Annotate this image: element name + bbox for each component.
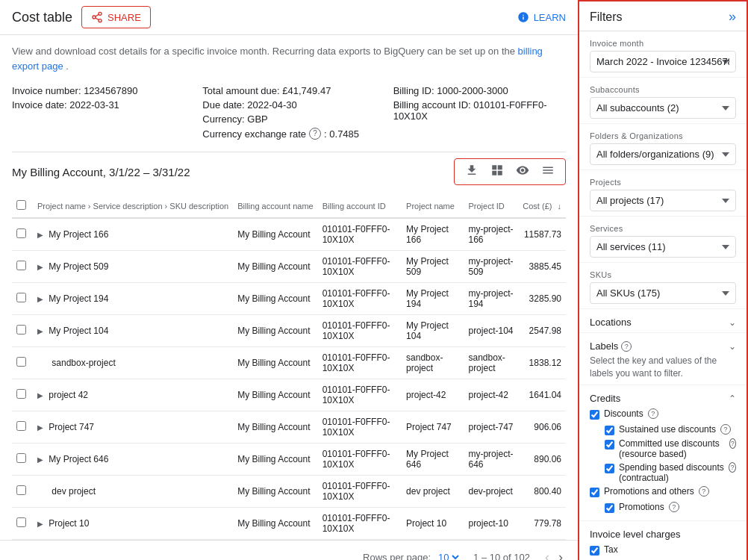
learn-label: LEARN [534, 12, 566, 23]
row-checkbox[interactable] [16, 485, 26, 495]
sustained-use-label: Sustained use discounts [619, 424, 716, 435]
row-billing-id: 010101-F0FFF0-10X10X [318, 476, 402, 508]
due-date-value: 2022-04-30 [247, 99, 297, 111]
invoice-month-select[interactable]: March 2022 - Invoice 1234567890 [590, 51, 736, 72]
locations-toggle[interactable]: Locations ⌄ [590, 317, 736, 328]
rows-per-page-label: Rows per page: [363, 552, 431, 560]
locations-filter: Locations ⌄ [579, 309, 747, 332]
learn-button[interactable]: LEARN [517, 11, 566, 23]
promotions-checkbox[interactable] [590, 488, 599, 497]
row-project-name: My Project 166 [402, 218, 464, 251]
labels-toggle[interactable]: Labels ? ⌄ [590, 340, 736, 352]
share-button[interactable]: SHARE [81, 6, 151, 28]
folders-select[interactable]: All folders/organizations (9) [590, 143, 736, 165]
col-project-id: Project ID [464, 194, 518, 218]
expand-button[interactable]: ▶ [37, 455, 46, 464]
row-project-service: sandbox-project [33, 347, 233, 379]
row-checkbox[interactable] [16, 389, 26, 399]
row-billing-id: 010101-F0FFF0-10X10X [318, 411, 402, 444]
exchange-rate-value: : 0.7485 [324, 128, 359, 140]
page-title: Cost table [12, 10, 72, 25]
row-project-service: ▶ My Project 194 [33, 283, 233, 315]
share-label: SHARE [107, 12, 141, 23]
row-checkbox[interactable] [16, 325, 26, 335]
row-billing-account: My Billing Account [233, 444, 318, 476]
row-project-service: ▶ Project 747 [33, 411, 233, 444]
row-project-name: My Project 646 [402, 444, 464, 476]
billing-account-title: My Billing Account, 3/1/22 – 3/31/22 [12, 166, 190, 178]
select-all-checkbox[interactable] [16, 200, 26, 210]
skus-select[interactable]: All SKUs (175) [590, 282, 736, 304]
row-billing-id: 010101-F0FFF0-10X10X [318, 283, 402, 315]
rows-per-page-select[interactable]: 10 25 50 [435, 551, 461, 560]
currency-label: Currency: [202, 113, 244, 125]
labels-desc: Select the key and values of the labels … [590, 355, 736, 380]
row-project-id: my-project-166 [464, 218, 518, 251]
expand-button[interactable]: ▶ [37, 520, 46, 528]
invoice-month-filter: Invoice month March 2022 - Invoice 12345… [579, 31, 747, 78]
row-checkbox[interactable] [16, 228, 26, 238]
row-checkbox[interactable] [16, 517, 26, 527]
credits-toggle[interactable]: Credits ⌄ [590, 393, 736, 404]
subaccounts-select[interactable]: All subaccounts (2) [590, 97, 736, 119]
page-info: 1 – 10 of 102 [473, 552, 530, 560]
row-checkbox[interactable] [16, 357, 26, 367]
spending-based-checkbox[interactable] [605, 464, 614, 473]
expand-button[interactable]: ▶ [37, 391, 46, 399]
pagination-bar: Rows per page: 10 25 50 1 – 10 of 102 ‹ … [0, 540, 578, 560]
sustained-help-icon[interactable]: ? [720, 424, 731, 435]
promotions-sub-checkbox[interactable] [605, 503, 614, 513]
expand-button[interactable]: ▶ [37, 423, 46, 432]
row-checkbox[interactable] [16, 453, 26, 463]
expand-button[interactable]: ▶ [37, 295, 46, 303]
exchange-help-icon[interactable]: ? [309, 128, 321, 140]
sort-arrow-icon: ↓ [558, 202, 562, 211]
labels-help-icon[interactable]: ? [621, 341, 632, 352]
tax-checkbox[interactable] [590, 546, 599, 556]
table-row: sandbox-project My Billing Account 01010… [12, 347, 566, 379]
invoice-right-col: Billing ID: 1000-2000-3000 Billing accou… [393, 85, 566, 143]
sustained-use-checkbox[interactable] [605, 426, 614, 435]
columns-button[interactable] [537, 162, 559, 181]
expand-button[interactable]: ▶ [37, 231, 46, 239]
discounts-checkbox[interactable] [590, 410, 599, 420]
promotions-sub-help-icon[interactable]: ? [669, 502, 679, 512]
row-project-service: dev project [33, 476, 233, 508]
committed-help-icon[interactable]: ? [729, 438, 736, 449]
row-project-name: sandbox-project [402, 347, 464, 379]
next-page-button[interactable]: › [555, 548, 566, 560]
due-date-label: Due date: [202, 99, 244, 111]
expand-button[interactable]: ▶ [37, 263, 46, 271]
col-billing-account-id: Billing account ID [318, 194, 402, 218]
projects-select[interactable]: All projects (17) [590, 190, 736, 211]
row-checkbox[interactable] [16, 261, 26, 270]
locations-chevron-icon: ⌄ [729, 317, 736, 328]
filters-panel: Filters » Invoice month March 2022 - Inv… [578, 0, 748, 560]
visibility-button[interactable] [511, 162, 534, 181]
row-project-service: ▶ Project 10 [33, 508, 233, 540]
table-row: ▶ Project 747 My Billing Account 010101-… [12, 411, 566, 444]
prev-page-button[interactable]: ‹ [542, 548, 552, 560]
committed-use-checkbox[interactable] [605, 440, 614, 449]
row-checkbox[interactable] [16, 293, 26, 302]
spending-help-icon[interactable]: ? [729, 462, 736, 473]
row-checkbox[interactable] [16, 421, 26, 431]
expand-button[interactable]: ▶ [37, 327, 46, 335]
row-project-service: ▶ My Project 166 [33, 218, 233, 251]
table-row: dev project My Billing Account 010101-F0… [12, 476, 566, 508]
row-billing-id: 010101-F0FFF0-10X10X [318, 315, 402, 347]
share-icon [91, 11, 103, 23]
labels-chevron-icon: ⌄ [729, 341, 736, 352]
billing-id-value: 1000-2000-3000 [437, 85, 508, 96]
row-cost: 779.78 [518, 508, 566, 540]
download-button[interactable] [461, 162, 483, 181]
services-select[interactable]: All services (11) [590, 236, 736, 258]
row-billing-account: My Billing Account [233, 347, 318, 379]
promotions-help-icon[interactable]: ? [699, 486, 709, 497]
discounts-help-icon[interactable]: ? [648, 408, 658, 419]
committed-use-label: Committed use discounts (resource based) [619, 438, 725, 459]
table-view-button[interactable] [486, 162, 508, 181]
filters-collapse-button[interactable]: » [729, 9, 736, 25]
row-project-id: my-project-509 [464, 251, 518, 283]
table-toolbar [454, 158, 566, 185]
